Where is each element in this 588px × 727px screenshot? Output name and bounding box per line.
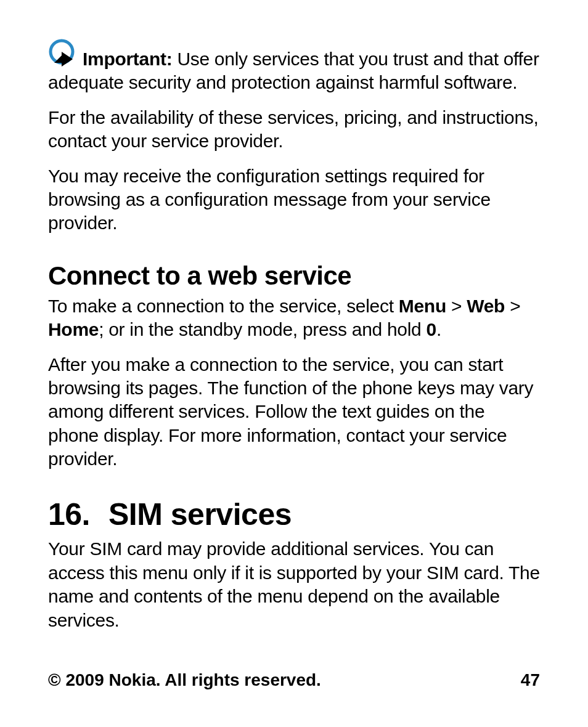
document-page: Important: Use only services that you tr… — [0, 0, 588, 727]
important-label: Important: — [83, 49, 172, 69]
web-key: Web — [467, 296, 505, 316]
after-connect-paragraph: After you make a connection to the servi… — [48, 353, 540, 471]
config-paragraph: You may receive the configuration settin… — [48, 164, 540, 235]
chapter-number: 16. — [48, 497, 90, 532]
page-footer: © 2009 Nokia. All rights reserved. 47 — [48, 670, 540, 690]
heading-sim-services: 16.SIM services — [48, 497, 540, 532]
sim-paragraph: Your SIM card may provide additional ser… — [48, 537, 540, 632]
chapter-title: SIM services — [108, 497, 292, 532]
heading-connect: Connect to a web service — [48, 261, 540, 291]
availability-paragraph: For the availability of these services, … — [48, 106, 540, 153]
important-icon — [48, 38, 79, 69]
menu-key: Menu — [399, 296, 446, 316]
copyright-text: © 2009 Nokia. All rights reserved. — [48, 670, 321, 690]
connect-instructions: To make a connection to the service, sel… — [48, 294, 540, 342]
page-number: 47 — [521, 670, 540, 690]
important-paragraph: Important: Use only services that you tr… — [48, 41, 540, 95]
zero-key: 0 — [427, 319, 436, 339]
home-key: Home — [48, 319, 99, 339]
